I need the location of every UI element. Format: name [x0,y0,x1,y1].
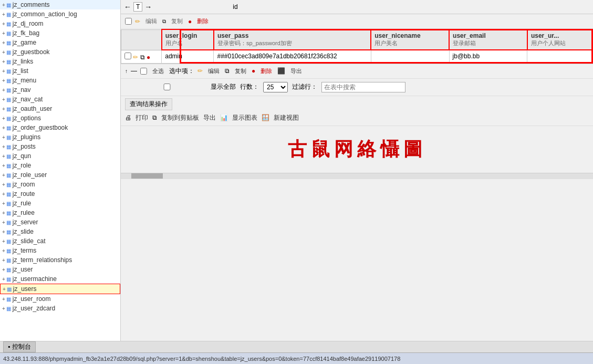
expand-icon: + [2,276,5,282]
sidebar-item-label: jz_game [13,39,36,46]
sidebar-item-jz_slide_cat[interactable]: + ▦ jz_slide_cat [0,236,120,246]
sidebar-item-jz_order_guestbook[interactable]: + ▦ jz_order_guestbook [0,123,120,132]
expand-icon: + [2,97,5,102]
table-row: ✏ ⧉ ● admin ###010cec3ad809e7a1dbb20681f… [121,50,593,63]
sidebar-item-label: jz_users [13,285,37,293]
delete-icon-2: ● [252,67,255,75]
table-body: ✏ ⧉ ● admin ###010cec3ad809e7a1dbb20681f… [121,50,593,63]
new-view-button[interactable]: 新建视图 [274,113,299,122]
bottom-arrow-up: ↑ [125,68,128,74]
table-icon: ▦ [6,257,11,263]
filter-input[interactable] [321,82,405,92]
rows-select[interactable]: 25 50 100 [263,82,288,92]
export-qa-button[interactable]: 导出 [203,113,216,122]
sidebar-item-jz_dj_room[interactable]: + ▦ jz_dj_room [0,19,120,28]
row-checkbox[interactable] [124,53,131,59]
sidebar-item-jz_plugins[interactable]: + ▦ jz_plugins [0,132,120,142]
table-icon: ▦ [6,153,11,159]
expand-icon: + [2,116,5,121]
expand-icon: + [2,191,5,197]
row-delete-icon: ● [147,54,150,61]
expand-icon: + [2,210,5,216]
console-tab[interactable]: ▪ 控制台 [3,341,36,352]
selected-label: 选中项： [169,67,194,76]
sidebar-item-jz_menu[interactable]: + ▦ jz_menu [0,76,120,85]
sidebar-item-jz_links[interactable]: + ▦ jz_links [0,57,120,66]
table-icon: ▦ [6,12,11,17]
sidebar-item-jz_rule[interactable]: + ▦ jz_rule [0,199,120,208]
expand-icon: + [2,267,5,273]
sidebar-item-jz_options[interactable]: + ▦ jz_options [0,113,120,123]
sidebar-item-jz_posts[interactable]: + ▦ jz_posts [0,142,120,151]
export-button-2[interactable]: 导出 [288,66,304,76]
sidebar-item-jz_common_action_log[interactable]: + ▦ jz_common_action_log [0,9,120,19]
id-label: id [233,3,237,11]
table-icon: ▦ [6,106,11,112]
horizontal-scrollbar[interactable] [121,173,593,179]
sidebar-item-label: jz_room [13,181,35,188]
sidebar-item-label: jz_usermachine [13,275,57,283]
sidebar-item-jz_list[interactable]: + ▦ jz_list [0,66,120,76]
sidebar-item-jz_user[interactable]: + ▦ jz_user [0,265,120,274]
sidebar-item-jz_room[interactable]: + ▦ jz_room [0,180,120,189]
sidebar-item-jz_role_user[interactable]: + ▦ jz_role_user [0,170,120,180]
left-arrow[interactable]: ← [124,3,131,11]
sidebar-item-jz_user_zdcard[interactable]: + ▦ jz_user_zdcard [0,304,120,313]
sidebar-item-jz_rulee[interactable]: + ▦ jz_rulee [0,208,120,217]
sidebar-item-jz_fk_bag[interactable]: + ▦ jz_fk_bag [0,28,120,38]
sidebar-item-jz_user_room[interactable]: + ▦ jz_user_room [0,294,120,304]
copy-button-2[interactable]: 复制 [233,66,248,76]
sidebar-item-label: jz_fk_bag [13,29,39,37]
table-icon: ▦ [6,238,11,244]
sidebar-item-jz_terms[interactable]: + ▦ jz_terms [0,246,120,255]
chart-button[interactable]: 显示图表 [232,113,257,122]
th-user-email: user_email 登录邮箱 [449,29,527,50]
table-icon: ▦ [6,49,11,55]
sidebar-item-jz_route[interactable]: + ▦ jz_route [0,189,120,199]
expand-icon: + [2,12,5,17]
sidebar-item-jz_slide[interactable]: + ▦ jz_slide [0,227,120,236]
sidebar-item-label: jz_dj_room [13,20,44,27]
print-button[interactable]: 打印 [136,113,148,122]
scrollbar-thumb[interactable] [131,173,163,179]
table-header-row: user_login 用户名 user_pass 登录密码：sp_passwor… [121,29,593,50]
table-icon: ▦ [6,125,11,131]
select-all-button[interactable]: 全选 [150,66,166,76]
show-all-checkbox[interactable] [125,84,209,90]
sidebar-item-jz_role[interactable]: + ▦ jz_role [0,161,120,170]
sidebar-item-jz_comments[interactable]: + ▦ jz_comments [0,0,120,9]
sidebar-item-jz_usermachine[interactable]: + ▦ jz_usermachine [0,274,120,284]
delete-button-1[interactable]: 删除 [195,16,211,26]
col-user-email-name: user_email [453,32,486,39]
col-user-nicename-name: user_nicename [374,32,420,39]
edit-button-2[interactable]: 编辑 [206,66,222,76]
sidebar-item-jz_users[interactable]: + ▦ jz_users [0,284,120,294]
sidebar-item-jz_guestbook[interactable]: + ▦ jz_guestbook [0,47,120,57]
sidebar-item-jz_qun[interactable]: + ▦ jz_qun [0,151,120,161]
sidebar-item-jz_nav_cat[interactable]: + ▦ jz_nav_cat [0,95,120,104]
watermark: 古鼠网絡懾圖 [121,126,593,173]
sidebar-item-jz_oauth_user[interactable]: + ▦ jz_oauth_user [0,104,120,113]
table-icon: ▦ [6,201,11,206]
expand-icon: + [2,257,5,263]
right-arrow[interactable]: → [144,3,152,11]
sidebar-item-label: jz_nav [13,86,31,93]
clipboard-button[interactable]: 复制到剪贴板 [161,113,199,122]
delete-button-2[interactable]: 删除 [258,66,274,76]
sidebar-item-jz_term_relationships[interactable]: + ▦ jz_term_relationships [0,255,120,265]
data-table: user_login 用户名 user_pass 登录密码：sp_passwor… [121,29,593,64]
table-icon: ▦ [6,276,11,282]
copy-button-1[interactable]: 复制 [169,16,185,26]
sidebar-item-jz_server[interactable]: + ▦ jz_server [0,217,120,227]
sidebar-item-jz_nav[interactable]: + ▦ jz_nav [0,85,120,95]
edit-button-1[interactable]: 编辑 [143,16,159,26]
sidebar-item-label: jz_rulee [13,209,35,216]
table-icon: ▦ [6,144,11,150]
sidebar: + ▦ jz_comments + ▦ jz_common_action_log… [0,0,121,341]
bottom-checkbox[interactable] [140,68,147,75]
query-actions-title: 查询结果操作 [125,98,172,110]
select-checkbox-1[interactable] [125,18,132,25]
sidebar-item-jz_game[interactable]: + ▦ jz_game [0,38,120,47]
expand-icon: + [2,2,5,8]
col-user-email-desc: 登录邮箱 [453,39,524,47]
